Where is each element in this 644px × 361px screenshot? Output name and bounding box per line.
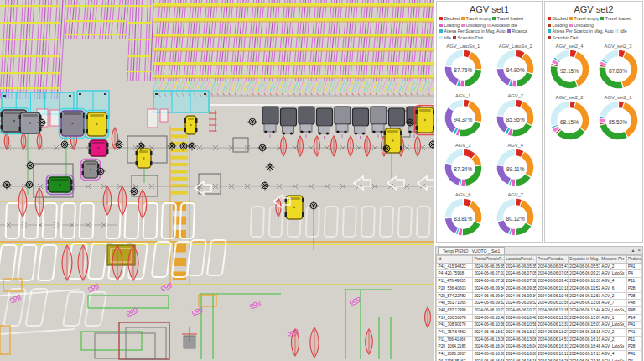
table-row[interactable]: P28_574.227822024-06-06.09:342024-06-06.… <box>437 292 642 300</box>
legend-label: Travel loaded <box>605 16 631 22</box>
table-cell: 2024-06-06.16:48 <box>568 343 600 351</box>
agv-donut-chart: 85.95% <box>496 99 534 140</box>
agv-donut-chart: 92.15% <box>550 50 589 92</box>
close-icon[interactable]: × <box>636 247 642 254</box>
table-row[interactable]: P48_561.710652024-06-06.09:522024-06-06.… <box>437 300 642 307</box>
table-cell: 2024-06-06.09:52 <box>472 300 504 307</box>
table-cell: 2024-06-06.15:07 <box>568 314 600 322</box>
legend-item: Idle <box>439 35 451 41</box>
table-row[interactable]: P11_476.498352024-06-06.07:382024-06-06.… <box>437 278 642 285</box>
agv-donut: AGV_194.37% <box>437 93 490 140</box>
table-column-header[interactable]: LasciataPienoI... <box>504 256 536 264</box>
agv-donut-chart: 94.37% <box>444 99 482 140</box>
table-cell: 2024-06-06.05:35 <box>504 263 536 270</box>
legend-swatch-icon <box>439 17 443 20</box>
legend-label: Idle <box>620 29 626 34</box>
agv-donut: AGV_set2_492.15% <box>545 44 594 92</box>
table-row[interactable]: P14_636.563782024-06-06.10:402024-06-06.… <box>437 314 642 322</box>
times-table: IdProntoPienoInP...LasciataPienoI...Pres… <box>436 255 642 361</box>
table-cell: P28_1064.2185 <box>437 343 473 351</box>
table-cell: P28 <box>626 343 641 351</box>
table-cell: 2024-06-06.16:28 <box>536 358 568 361</box>
table-cell: AGV_LatoSx_2 <box>600 343 626 351</box>
legend-swatch-icon <box>487 24 491 27</box>
table-row[interactable]: P4_420.759582024-06-06.07:032024-06-06.0… <box>437 270 642 278</box>
table-row[interactable]: P41_1086.38672024-06-06.16:062024-06-06.… <box>437 351 642 358</box>
legend-item: Blocked <box>439 16 460 22</box>
table-column-header[interactable]: ProntoPienoInP... <box>472 256 504 264</box>
table-cell: 2024-06-06.11:52 <box>568 285 600 292</box>
table-cell: P41 <box>626 322 641 329</box>
table-row[interactable]: P48_637.129982024-06-06.10:272024-06-06.… <box>437 306 642 314</box>
table-cell: AGV_2 <box>600 329 626 337</box>
agv-donut: AGV_LatoSx_284.90% <box>490 44 543 91</box>
table-cell: 2024-06-06.10:58 <box>504 322 536 329</box>
table-column-header[interactable]: PresaPienoda... <box>536 256 568 264</box>
legend-item: Blocked <box>548 16 568 22</box>
table-cell: 2024-06-06.16:18 <box>472 358 504 361</box>
table-column-header[interactable]: Id <box>437 256 473 264</box>
agv-donut-chart: 87.34% <box>444 149 482 190</box>
legend-item: Idle <box>615 29 627 34</box>
agv-utilization-value: 84.90% <box>496 50 534 91</box>
table-cell: AGV_6 <box>600 285 626 292</box>
agv-donut-label: AGV_1 <box>455 93 471 98</box>
legend-item: Allocated idle <box>487 23 517 29</box>
plant-layout-map[interactable] <box>0 0 434 361</box>
legend-swatch-icon <box>548 29 551 33</box>
legend-item: Travel empty <box>569 16 599 22</box>
legend-label: Travel empty <box>465 16 491 22</box>
agv-utilization-value: 87.75% <box>444 50 482 91</box>
table-cell: 2024-06-06.10:27 <box>472 306 504 314</box>
times-table-panel: Tempi PIENO - VUOTO _ Set1 ▴ × IdProntoP… <box>435 246 643 360</box>
table-tab[interactable]: Tempi PIENO - VUOTO _ Set1 <box>438 247 505 254</box>
legend-swatch-icon <box>461 17 465 20</box>
table-cell: 2024-06-06.16:06 <box>472 351 504 358</box>
table-cell: P14_636.56378 <box>437 314 473 322</box>
legend-item: Travel empty <box>461 16 491 22</box>
table-row[interactable]: P11_766.416662024-06-06.13:062024-06-06.… <box>437 336 642 343</box>
agv-utilization-value: 94.37% <box>444 99 482 140</box>
scroll-up-icon[interactable]: ▴ <box>630 247 636 254</box>
table-cell: 2024-06-06.10:40 <box>504 314 536 322</box>
legend-item: Ricarica <box>507 29 527 34</box>
agv-donut-label: AGV_set2_4 <box>556 44 584 49</box>
agv-donut: AGV_683.81% <box>437 192 490 239</box>
table-cell: 2024-06-06.13:44 <box>568 306 600 314</box>
legend-item: Travel loaded <box>492 16 523 22</box>
table-row[interactable]: P28_536.406032024-06-06.09:342024-06-06.… <box>437 285 642 292</box>
table-cell: 2024-06-06.10:56 <box>536 300 568 307</box>
legend-swatch-icon <box>548 17 551 20</box>
table-tab-bar: Tempi PIENO - VUOTO _ Set1 ▴ × <box>435 246 643 255</box>
table-row[interactable]: P28_1064.21852024-06-06.16:042024-06-06.… <box>437 343 642 351</box>
table-row[interactable]: P4_1196.351672024-06-06.16:182024-06-06.… <box>437 358 642 361</box>
legend-swatch-icon <box>439 29 443 33</box>
legend-label: Attesa Per Scarico in Mag. Auto <box>553 29 614 34</box>
agv-donut-chart: 87.75% <box>444 50 482 91</box>
table-cell: 2024-06-06.17:13 <box>568 351 600 358</box>
table-cell: 2024-06-06.15:07 <box>568 322 600 329</box>
table-column-header[interactable]: Pedana <box>626 256 641 264</box>
table-column-header[interactable]: Deposito in Mag. D <box>568 256 600 264</box>
table-row[interactable]: P41_708.902762024-06-06.10:582024-06-06.… <box>437 322 642 329</box>
table-cell: 2024-06-06.07:05 <box>504 270 536 278</box>
table-cell: 2024-06-06.13:17 <box>504 329 536 337</box>
legend-item: Attesa Per Scarico in Mag. Auto <box>439 29 506 34</box>
agv-donut: AGV_set2_268.15% <box>545 95 594 144</box>
table-cell: AGV_7 <box>600 300 626 307</box>
table-cell: P4 <box>626 270 641 278</box>
table-column-header[interactable]: Missione Per <box>600 256 626 264</box>
table-cell: 2024-06-06.13:17 <box>472 329 504 337</box>
table-cell: P28 <box>626 285 641 292</box>
agv-donut-chart: 89.11% <box>496 149 534 190</box>
legend-swatch-icon <box>569 24 573 27</box>
table-cell: P11_476.49835 <box>437 278 473 285</box>
agv-donut: AGV_set2_185.52% <box>594 95 642 144</box>
table-row[interactable]: P41_757.648622024-06-06.13:172024-06-06.… <box>437 329 642 337</box>
table-cell: P11 <box>626 278 641 285</box>
table-cell: P41 <box>626 263 641 270</box>
table-cell: 2024-06-06.09:41 <box>536 278 568 285</box>
table-cell: AGV_4 <box>600 278 626 285</box>
table-cell: AGV_2 <box>600 336 626 343</box>
table-row[interactable]: P41_415.948222024-06-06.05:352024-06-06.… <box>437 263 642 270</box>
